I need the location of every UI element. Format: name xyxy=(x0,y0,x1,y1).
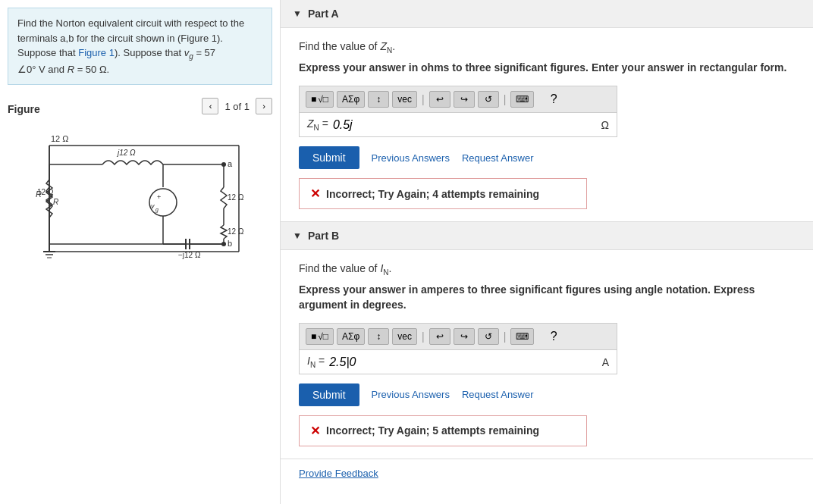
part-a-title: Part A xyxy=(308,8,339,20)
part-b-refresh-icon: ↺ xyxy=(485,331,492,342)
help-icon: ? xyxy=(551,92,557,106)
part-b-keyboard-icon: ⌨ xyxy=(516,331,529,342)
part-b-content: Find the value of IN. Express your answe… xyxy=(281,250,813,459)
part-b-undo-icon: ↩ xyxy=(436,331,444,342)
redo-icon: ↪ xyxy=(460,94,468,105)
part-b-vec-icon: vec xyxy=(397,331,412,342)
toolbar-sep-2: | xyxy=(504,93,507,105)
part-b-find-text: Find the value of IN. xyxy=(299,262,795,277)
redo-button[interactable]: ↪ xyxy=(454,91,475,108)
svg-point-35 xyxy=(221,162,226,167)
part-a-submit-button[interactable]: Submit xyxy=(299,146,359,169)
part-b-btn-row: Submit Previous Answers Request Answer xyxy=(299,383,795,406)
part-a-error-box: ✕ Incorrect; Try Again; 4 attempts remai… xyxy=(299,178,587,209)
refresh-icon: ↺ xyxy=(485,94,492,105)
part-b-error-icon: ✕ xyxy=(310,424,320,438)
circuit-diagram: R 12 Ω j12 Ω xyxy=(8,123,272,274)
part-b-section: ▼ Part B Find the value of IN. Express y… xyxy=(281,222,813,459)
part-a-btn-row: Submit Previous Answers Request Answer xyxy=(299,146,795,169)
figure-label: Figure xyxy=(8,103,40,115)
part-a-answer-row: ZN = Ω xyxy=(299,112,617,137)
page-indicator: 1 of 1 xyxy=(224,101,250,112)
matrix-button[interactable]: ■ √□ xyxy=(306,91,334,108)
part-a-request-answer-link[interactable]: Request Answer xyxy=(462,152,534,164)
part-b-error-box: ✕ Incorrect; Try Again; 5 attempts remai… xyxy=(299,415,587,446)
circuit-svg: R 12 Ω j12 Ω xyxy=(19,123,262,274)
svg-text:+: + xyxy=(157,193,161,201)
part-a-answer-unit: Ω xyxy=(601,119,609,131)
part-a-section: ▼ Part A Find the value of ZN. Express y… xyxy=(281,0,813,222)
arrow-updown-button[interactable]: ↕ xyxy=(368,91,389,108)
symbol-button[interactable]: AΣφ xyxy=(337,91,365,108)
part-b-prev-answers-link[interactable]: Previous Answers xyxy=(372,389,450,400)
part-b-submit-button[interactable]: Submit xyxy=(299,383,359,406)
undo-icon: ↩ xyxy=(436,94,444,105)
part-b-help-icon: ? xyxy=(551,330,557,343)
part-b-redo-button[interactable]: ↪ xyxy=(454,328,475,345)
keyboard-icon: ⌨ xyxy=(516,94,529,105)
part-a-find-text: Find the value of ZN. xyxy=(299,40,795,55)
help-button[interactable]: ? xyxy=(543,90,564,108)
part-b-redo-icon: ↪ xyxy=(460,331,468,342)
asigma-icon: AΣφ xyxy=(342,94,359,105)
sqrt-icon: √□ xyxy=(318,94,328,105)
part-b-keyboard-button[interactable]: ⌨ xyxy=(510,328,534,345)
part-b-matrix-button[interactable]: ■ √□ xyxy=(306,328,334,345)
svg-text:v: v xyxy=(151,202,155,210)
refresh-button[interactable]: ↺ xyxy=(478,91,499,108)
part-b-answer-label: IN = xyxy=(307,355,325,369)
part-a-toolbar: ■ √□ AΣφ ↕ vec | ↩ ↪ xyxy=(299,86,617,112)
part-a-arrow: ▼ xyxy=(293,8,302,19)
part-b-sqrt-icon: √□ xyxy=(318,331,328,342)
part-b-arrow: ▼ xyxy=(293,230,302,241)
problem-angle: ∠0° V and R = 50 Ω. xyxy=(17,64,109,75)
part-b-toolbar: ■ √□ AΣφ ↕ vec | ↩ ↪ xyxy=(299,323,617,349)
figure-label-row: Figure ‹ 1 of 1 › xyxy=(8,97,272,115)
provide-feedback-section: Provide Feedback xyxy=(281,459,813,494)
svg-text:a: a xyxy=(228,159,233,168)
part-b-error-text: Incorrect; Try Again; 5 attempts remaini… xyxy=(326,424,539,437)
arrow-updown-icon: ↕ xyxy=(376,94,381,105)
svg-text:12 Ω: 12 Ω xyxy=(37,188,54,196)
figure-nav: ‹ 1 of 1 › xyxy=(202,98,272,114)
prev-figure-button[interactable]: ‹ xyxy=(202,98,218,114)
provide-feedback-link[interactable]: Provide Feedback xyxy=(299,468,378,479)
matrix-icon: ■ xyxy=(311,94,316,105)
svg-text:12 Ω: 12 Ω xyxy=(228,193,244,202)
part-b-answer-unit: A xyxy=(602,356,609,368)
figure-link[interactable]: Figure 1 xyxy=(78,47,115,58)
part-b-toolbar-sep-2: | xyxy=(504,330,507,343)
keyboard-button[interactable]: ⌨ xyxy=(510,91,534,108)
part-a-prev-answers-link[interactable]: Previous Answers xyxy=(372,152,450,164)
part-b-header[interactable]: ▼ Part B xyxy=(281,222,813,250)
problem-text-2: ). Suppose that vg = 57 xyxy=(115,47,215,58)
part-b-arrow-updown-button[interactable]: ↕ xyxy=(368,328,389,345)
svg-text:R: R xyxy=(53,198,58,206)
part-b-refresh-button[interactable]: ↺ xyxy=(478,328,499,345)
vec-icon: vec xyxy=(397,94,412,105)
undo-button[interactable]: ↩ xyxy=(429,91,450,108)
part-a-error-icon: ✕ xyxy=(310,186,320,201)
part-a-content: Find the value of ZN. Express your answe… xyxy=(281,28,813,221)
next-figure-button[interactable]: › xyxy=(256,98,272,114)
part-b-arrow-updown-icon: ↕ xyxy=(376,331,381,342)
part-a-answer-input[interactable] xyxy=(333,118,595,132)
part-b-toolbar-sep-1: | xyxy=(422,330,425,343)
part-b-request-answer-link[interactable]: Request Answer xyxy=(462,389,534,400)
problem-box: Find the Norton equivalent circuit with … xyxy=(8,8,272,85)
svg-text:g: g xyxy=(155,207,159,213)
part-b-undo-button[interactable]: ↩ xyxy=(429,328,450,345)
part-a-header[interactable]: ▼ Part A xyxy=(281,0,813,28)
vec-button[interactable]: vec xyxy=(392,91,417,108)
part-b-vec-button[interactable]: vec xyxy=(392,328,417,345)
part-b-answer-row: IN = A xyxy=(299,349,617,374)
svg-text:j12 Ω: j12 Ω xyxy=(116,149,136,157)
part-b-matrix-icon: ■ xyxy=(311,331,316,342)
left-panel: Find the Norton equivalent circuit with … xyxy=(0,0,281,504)
part-b-help-button[interactable]: ? xyxy=(543,327,564,346)
part-a-instruction: Express your answer in ohms to three sig… xyxy=(299,61,795,76)
svg-text:12 Ω: 12 Ω xyxy=(51,134,69,143)
part-b-answer-input[interactable] xyxy=(329,355,595,369)
svg-text:12 Ω: 12 Ω xyxy=(228,227,244,236)
part-b-symbol-button[interactable]: AΣφ xyxy=(337,328,365,345)
